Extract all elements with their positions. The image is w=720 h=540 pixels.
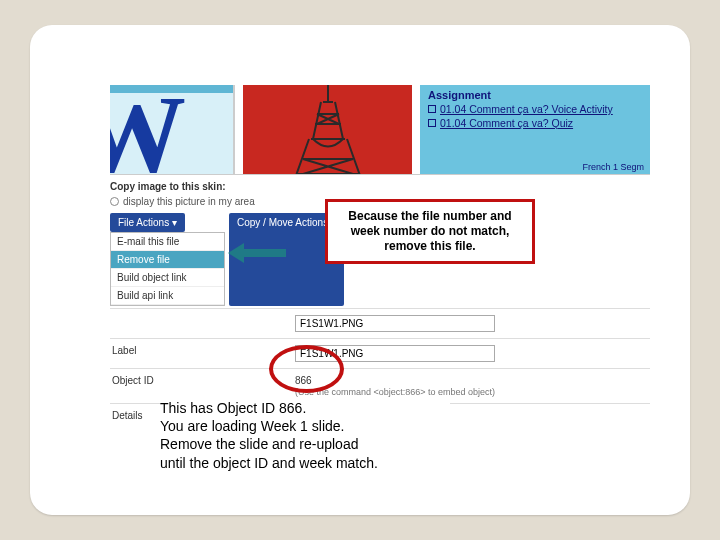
assignment-panel: Assignment 01.04 Comment ça va? Voice Ac… [420,85,650,174]
label-label: Label [110,345,295,356]
arrow-annotation-icon [228,241,288,265]
course-banner: W Assignment [110,85,650,175]
objectid-label: Object ID [110,375,295,386]
dropdown-item-build-api-link[interactable]: Build api link [111,287,224,305]
course-footer: French 1 Segm [582,162,644,172]
filename-input[interactable] [295,315,495,332]
assignment-item[interactable]: 01.04 Comment ça va? Quiz [428,117,642,130]
filename-row [110,308,650,338]
checkbox-icon [428,105,436,113]
banner-image-panel [235,85,420,174]
objectid-row: Object ID 866 (Use the command <object:8… [110,368,650,403]
assignment-link[interactable]: 01.04 Comment ça va? Quiz [440,117,573,130]
caption-line: This has Object ID 866. [160,399,450,417]
eiffel-tower-icon [283,85,373,174]
dropdown-item-build-object-link[interactable]: Build object link [111,269,224,287]
display-option-label: display this picture in my area [123,196,255,207]
label-row: Label [110,338,650,368]
dropdown-item-email[interactable]: E-mail this file [111,233,224,251]
checkbox-icon [428,119,436,127]
banner-logo-panel: W [110,85,235,174]
logo-letter: W [110,85,186,174]
copy-image-label: Copy image to this skin: [110,181,650,192]
assignment-heading: Assignment [428,89,642,101]
slide-card: W Assignment [30,25,690,515]
caption-line: until the object ID and week match. [160,454,450,472]
objectid-hint: (Use the command <object:866> to embed o… [295,387,650,397]
assignment-link[interactable]: 01.04 Comment ça va? Voice Activity [440,103,613,116]
assignment-item[interactable]: 01.04 Comment ça va? Voice Activity [428,103,642,116]
radio-icon[interactable] [110,197,119,206]
dropdown-item-remove[interactable]: Remove file [111,251,224,269]
caption-line: Remove the slide and re-upload [160,435,450,453]
circle-annotation [269,345,344,393]
caption-line: You are loading Week 1 slide. [160,417,450,435]
callout-box: Because the file number and week number … [325,199,535,264]
file-actions-button[interactable]: File Actions ▾ [110,213,185,232]
file-actions-dropdown: E-mail this file Remove file Build objec… [110,232,225,306]
caption-text: This has Object ID 866. You are loading … [160,399,450,472]
